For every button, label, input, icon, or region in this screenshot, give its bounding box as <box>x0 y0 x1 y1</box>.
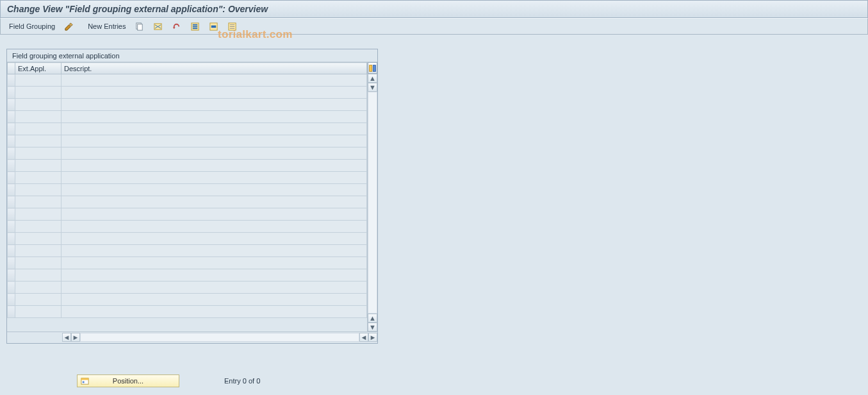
row-selector[interactable] <box>8 196 15 208</box>
scroll-track-h[interactable] <box>80 333 359 342</box>
cell-ext-appl[interactable] <box>15 147 61 160</box>
undo-button[interactable] <box>168 20 184 33</box>
cell-descript[interactable] <box>61 208 367 221</box>
table-row[interactable] <box>8 221 367 233</box>
select-all-button[interactable] <box>187 20 203 33</box>
row-selector[interactable] <box>8 245 15 257</box>
scroll-up-button[interactable]: ▲ <box>368 74 377 83</box>
vertical-scrollbar[interactable]: ▲ ▼ ▲ ▼ <box>367 62 377 332</box>
table-row[interactable] <box>8 74 367 87</box>
table-row[interactable] <box>8 282 367 294</box>
cell-descript[interactable] <box>61 99 367 111</box>
position-button[interactable]: Position... <box>77 374 179 387</box>
cell-ext-appl[interactable] <box>15 172 61 184</box>
scroll-track[interactable] <box>368 92 377 314</box>
column-header-descript[interactable]: Descript. <box>61 63 367 74</box>
cell-descript[interactable] <box>61 257 367 269</box>
row-selector[interactable] <box>8 123 15 135</box>
change-mode-button[interactable] <box>61 20 77 33</box>
cell-ext-appl[interactable] <box>15 99 61 111</box>
cell-descript[interactable] <box>61 233 367 245</box>
cell-ext-appl[interactable] <box>15 294 61 306</box>
row-selector[interactable] <box>8 135 15 147</box>
row-selector[interactable] <box>8 147 15 160</box>
cell-ext-appl[interactable] <box>15 196 61 208</box>
table-row[interactable] <box>8 306 367 318</box>
scroll-up-button-2[interactable]: ▲ <box>368 314 377 323</box>
table-row[interactable] <box>8 87 367 99</box>
cell-descript[interactable] <box>61 221 367 233</box>
cell-descript[interactable] <box>61 147 367 160</box>
cell-descript[interactable] <box>61 245 367 257</box>
scroll-down-button-2[interactable]: ▼ <box>368 323 377 332</box>
cell-ext-appl[interactable] <box>15 74 61 87</box>
row-selector[interactable] <box>8 294 15 306</box>
cell-descript[interactable] <box>61 269 367 282</box>
select-block-button[interactable] <box>206 20 222 33</box>
row-selector[interactable] <box>8 257 15 269</box>
row-selector[interactable] <box>8 269 15 282</box>
data-grid[interactable]: Ext.Appl. Descript. <box>7 62 367 332</box>
cell-ext-appl[interactable] <box>15 233 61 245</box>
table-row[interactable] <box>8 269 367 282</box>
cell-ext-appl[interactable] <box>15 245 61 257</box>
row-selector[interactable] <box>8 99 15 111</box>
row-selector[interactable] <box>8 184 15 196</box>
cell-descript[interactable] <box>61 74 367 87</box>
table-row[interactable] <box>8 111 367 123</box>
cell-ext-appl[interactable] <box>15 208 61 221</box>
cell-descript[interactable] <box>61 306 367 318</box>
row-selector[interactable] <box>8 111 15 123</box>
cell-ext-appl[interactable] <box>15 111 61 123</box>
table-row[interactable] <box>8 245 367 257</box>
cell-descript[interactable] <box>61 184 367 196</box>
cell-descript[interactable] <box>61 135 367 147</box>
row-selector[interactable] <box>8 208 15 221</box>
cell-descript[interactable] <box>61 282 367 294</box>
cell-descript[interactable] <box>61 111 367 123</box>
table-row[interactable] <box>8 147 367 160</box>
scroll-left-button[interactable]: ◄ <box>62 333 71 342</box>
row-selector[interactable] <box>8 87 15 99</box>
scroll-right-button[interactable]: ► <box>71 333 80 342</box>
cell-ext-appl[interactable] <box>15 221 61 233</box>
scroll-left-button-2[interactable]: ◄ <box>359 333 368 342</box>
cell-descript[interactable] <box>61 87 367 99</box>
horizontal-scrollbar[interactable]: ◄ ► ◄ ► <box>7 332 377 342</box>
delete-button[interactable] <box>150 20 166 33</box>
row-selector[interactable] <box>8 172 15 184</box>
table-row[interactable] <box>8 184 367 196</box>
table-row[interactable] <box>8 99 367 111</box>
row-selector[interactable] <box>8 306 15 318</box>
cell-descript[interactable] <box>61 160 367 172</box>
table-row[interactable] <box>8 135 367 147</box>
cell-ext-appl[interactable] <box>15 160 61 172</box>
deselect-all-button[interactable] <box>224 20 240 33</box>
table-row[interactable] <box>8 233 367 245</box>
table-row[interactable] <box>8 208 367 221</box>
cell-ext-appl[interactable] <box>15 257 61 269</box>
row-selector[interactable] <box>8 221 15 233</box>
cell-ext-appl[interactable] <box>15 269 61 282</box>
table-row[interactable] <box>8 294 367 306</box>
cell-ext-appl[interactable] <box>15 87 61 99</box>
table-row[interactable] <box>8 196 367 208</box>
table-row[interactable] <box>8 123 367 135</box>
row-selector[interactable] <box>8 233 15 245</box>
table-row[interactable] <box>8 172 367 184</box>
cell-descript[interactable] <box>61 294 367 306</box>
field-grouping-button[interactable]: Field Grouping <box>6 21 58 32</box>
cell-ext-appl[interactable] <box>15 306 61 318</box>
copy-as-button[interactable] <box>131 20 147 33</box>
row-selector[interactable] <box>8 160 15 172</box>
scroll-right-button-2[interactable]: ► <box>368 333 377 342</box>
cell-ext-appl[interactable] <box>15 135 61 147</box>
table-row[interactable] <box>8 257 367 269</box>
cell-descript[interactable] <box>61 196 367 208</box>
row-selector[interactable] <box>8 74 15 87</box>
cell-descript[interactable] <box>61 123 367 135</box>
table-settings-button[interactable] <box>368 62 377 74</box>
column-header-ext-appl[interactable]: Ext.Appl. <box>15 63 61 74</box>
cell-ext-appl[interactable] <box>15 123 61 135</box>
cell-descript[interactable] <box>61 172 367 184</box>
